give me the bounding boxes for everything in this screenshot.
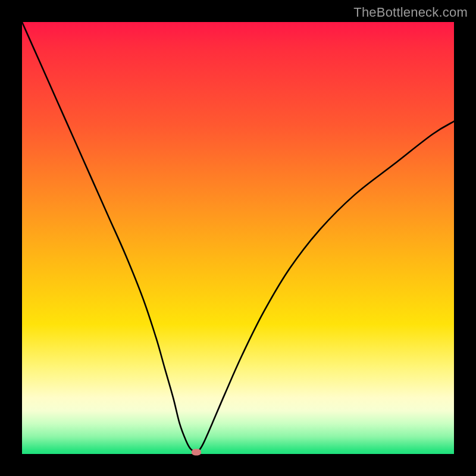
chart-plot-area	[22, 22, 454, 454]
bottleneck-curve	[22, 22, 454, 454]
chart-frame: TheBottleneck.com	[0, 0, 476, 476]
optimum-marker	[192, 449, 201, 456]
watermark-text: TheBottleneck.com	[353, 5, 468, 20]
